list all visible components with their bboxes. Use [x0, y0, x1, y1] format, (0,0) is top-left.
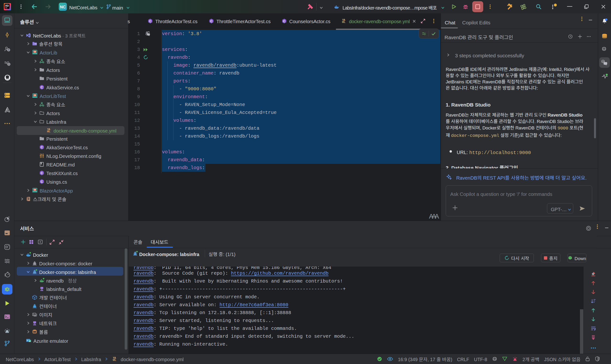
svg-text:C#: C# — [34, 51, 36, 53]
svg-text:C: C — [210, 19, 213, 23]
svg-text:C: C — [41, 86, 43, 89]
svg-text:C: C — [149, 19, 151, 23]
svg-text:C#: C# — [34, 189, 36, 191]
svg-text:?: ? — [8, 48, 9, 52]
svg-text:C: C — [41, 145, 43, 149]
svg-text:C#: C# — [34, 94, 36, 96]
svg-text:?: ? — [8, 63, 10, 66]
svg-text:C: C — [41, 171, 43, 175]
svg-text:C: C — [41, 180, 43, 183]
svg-text:C: C — [283, 19, 286, 23]
